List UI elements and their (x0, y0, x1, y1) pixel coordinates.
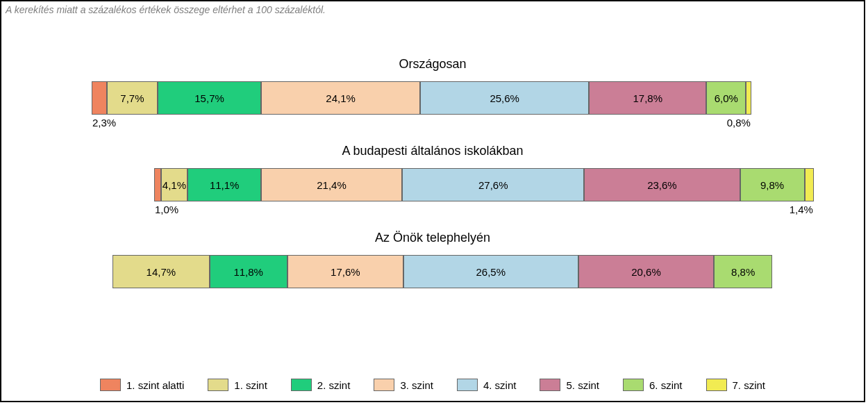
legend-item: 7. szint (706, 379, 766, 391)
bar-row: Az Önök telephelyén14,7%11,8%17,6%26,5%2… (1, 231, 864, 298)
row-title: A budapesti általános iskolákban (1, 144, 864, 158)
bar-segment: 11,1% (187, 168, 260, 201)
chart-area: Országosan2,3%7,7%15,7%24,1%25,6%17,8%6,… (1, 57, 864, 317)
bar-segment: 15,7% (158, 81, 261, 115)
legend-swatch (457, 379, 478, 391)
row-title: Az Önök telephelyén (1, 231, 864, 245)
bar-segment: 23,6% (584, 168, 740, 201)
bar-segment: 20,6% (578, 255, 715, 288)
legend-item: 4. szint (457, 379, 517, 391)
bar-segment: 14,7% (112, 255, 210, 288)
stacked-bar: 14,7%11,8%17,6%26,5%20,6%8,8% (112, 255, 772, 288)
legend-label: 4. szint (483, 379, 517, 391)
bar-segment: 4,1% (161, 168, 188, 201)
legend-item: 1. szint alatti (100, 379, 184, 391)
legend: 1. szint alatti1. szint2. szint3. szint4… (1, 379, 864, 391)
legend-swatch (291, 379, 312, 391)
legend-label: 7. szint (733, 379, 766, 391)
legend-item: 2. szint (291, 379, 351, 391)
bar-segment: 25,6% (420, 81, 589, 115)
legend-swatch (540, 379, 560, 391)
segment-label-below: 1,0% (155, 204, 178, 215)
bar-segment: 21,4% (261, 168, 402, 201)
segment-label-below: 0,8% (727, 117, 751, 129)
bar-segment: 0,8% (746, 81, 751, 115)
legend-swatch (623, 379, 644, 391)
bar-wrap: 1,0%4,1%11,1%21,4%27,6%23,6%9,8%1,4% (1, 163, 864, 211)
bar-segment: 9,8% (740, 168, 805, 201)
legend-swatch (374, 379, 394, 391)
rounding-note: A kerekítés miatt a százalékos értékek ö… (6, 4, 326, 15)
bar-segment: 1,0% (154, 168, 161, 201)
legend-item: 3. szint (374, 379, 433, 391)
stacked-bar: 1,0%4,1%11,1%21,4%27,6%23,6%9,8%1,4% (154, 168, 814, 201)
bar-segment: 8,8% (714, 255, 772, 288)
legend-item: 5. szint (540, 379, 599, 391)
bar-segment: 11,8% (210, 255, 287, 288)
legend-item: 1. szint (208, 379, 267, 391)
bar-segment: 17,8% (589, 81, 706, 115)
legend-swatch (706, 379, 727, 391)
segment-label-below: 1,4% (790, 204, 813, 215)
row-title: Országosan (1, 57, 864, 72)
bar-segment: 2,3% (92, 81, 107, 115)
segment-label-below: 2,3% (92, 117, 116, 129)
legend-label: 3. szint (400, 379, 433, 391)
bar-segment: 7,7% (107, 81, 158, 115)
bar-segment: 24,1% (261, 81, 420, 115)
bar-row: Országosan2,3%7,7%15,7%24,1%25,6%17,8%6,… (1, 57, 864, 124)
chart-frame: A kerekítés miatt a százalékos értékek ö… (0, 0, 865, 402)
bar-segment: 1,4% (805, 168, 814, 201)
bar-segment: 26,5% (403, 255, 578, 288)
legend-label: 1. szint alatti (126, 379, 184, 391)
stacked-bar: 2,3%7,7%15,7%24,1%25,6%17,8%6,0%0,8% (92, 81, 751, 115)
bar-segment: 17,6% (287, 255, 403, 288)
bar-wrap: 2,3%7,7%15,7%24,1%25,6%17,8%6,0%0,8% (1, 76, 864, 124)
bar-segment: 27,6% (402, 168, 584, 201)
legend-label: 1. szint (234, 379, 267, 391)
legend-label: 6. szint (649, 379, 683, 391)
legend-label: 2. szint (317, 379, 351, 391)
bar-segment: 6,0% (706, 81, 746, 115)
legend-label: 5. szint (566, 379, 599, 391)
bar-wrap: 14,7%11,8%17,6%26,5%20,6%8,8% (1, 249, 864, 298)
legend-swatch (208, 379, 228, 391)
legend-swatch (100, 379, 121, 391)
legend-item: 6. szint (623, 379, 683, 391)
bar-row: A budapesti általános iskolákban1,0%4,1%… (1, 144, 864, 211)
